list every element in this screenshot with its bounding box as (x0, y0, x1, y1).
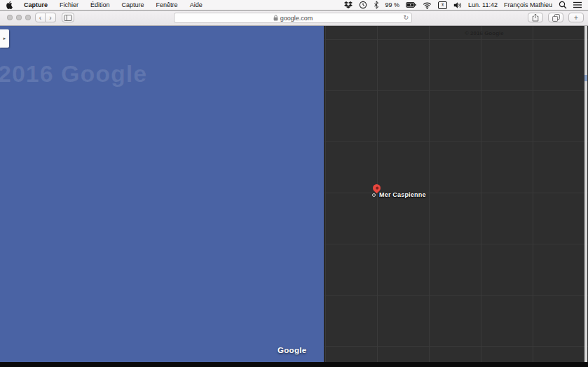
share-button[interactable] (528, 13, 543, 22)
input-source-icon[interactable]: x̄ (438, 1, 447, 9)
browser-viewport: 2016 Google ▸ Google © 2016 Google Mer C… (0, 26, 588, 362)
user-menu[interactable]: François Mathieu (504, 1, 552, 8)
apple-menu[interactable] (6, 1, 13, 9)
map-copyright-watermark: 2016 Google (0, 60, 147, 88)
macos-desktop: Capture Fichier Édition Capture Fenêtre … (0, 0, 588, 367)
reload-button[interactable]: ↻ (403, 14, 409, 21)
forward-button[interactable]: › (46, 13, 56, 22)
menu-bar-status: 99 % x̄ Lun. 11:42 François Mathieu (344, 1, 588, 9)
screen-bottom-edge (0, 362, 588, 367)
bluetooth-icon[interactable] (374, 1, 379, 9)
menu-bar: Capture Fichier Édition Capture Fenêtre … (0, 0, 588, 10)
notification-center-icon[interactable] (573, 1, 582, 8)
browser-toolbar: ‹ › google.com ↻ + (0, 10, 588, 26)
new-tab-button[interactable]: + (568, 13, 584, 22)
map-tiles-area[interactable]: © 2016 Google Mer Caspienne (324, 26, 588, 362)
menu-edition[interactable]: Édition (90, 1, 110, 8)
menu-aide[interactable]: Aide (190, 1, 203, 8)
battery-percent: 99 % (385, 1, 400, 8)
sidebar-button[interactable] (62, 13, 74, 22)
time-machine-icon[interactable] (359, 1, 367, 9)
chevron-right-icon: ▸ (4, 36, 6, 41)
map-pin-dot-icon (372, 193, 376, 197)
close-window-button[interactable] (7, 15, 13, 20)
window-controls (7, 15, 31, 20)
map-pin-label: Mer Caspienne (379, 191, 426, 198)
address-bar[interactable]: google.com ↻ (174, 13, 412, 23)
minimize-window-button[interactable] (16, 15, 22, 20)
apple-icon (6, 1, 13, 9)
menu-fenetre[interactable]: Fenêtre (156, 1, 178, 8)
wifi-icon[interactable] (423, 1, 432, 9)
show-all-tabs-button[interactable] (548, 13, 563, 22)
scrollbar-thumb[interactable] (584, 75, 587, 81)
map-sea-area[interactable]: 2016 Google ▸ Google (0, 26, 324, 362)
menu-bar-left: Capture Fichier Édition Capture Fenêtre … (0, 1, 214, 9)
toolbar-right: + (528, 13, 584, 22)
menu-app-name[interactable]: Capture (24, 1, 48, 8)
back-button[interactable]: ‹ (35, 13, 46, 22)
menu-clock[interactable]: Lun. 11:42 (468, 1, 498, 8)
map-panel-toggle[interactable]: ▸ (0, 29, 9, 48)
volume-icon[interactable] (453, 1, 462, 9)
lock-icon (273, 15, 278, 21)
zoom-window-button[interactable] (25, 15, 31, 20)
url-text: google.com (280, 15, 313, 22)
menu-fichier[interactable]: Fichier (60, 1, 78, 8)
battery-icon[interactable] (406, 1, 416, 8)
page-scrollbar[interactable] (584, 26, 587, 362)
dropbox-icon[interactable] (344, 1, 353, 9)
menu-capture[interactable]: Capture (122, 1, 144, 8)
spotlight-search-icon[interactable] (559, 1, 567, 9)
nav-buttons: ‹ › (35, 13, 56, 22)
google-maps-logo[interactable]: Google (278, 346, 306, 354)
tile-copyright-watermark: © 2016 Google (465, 30, 504, 36)
